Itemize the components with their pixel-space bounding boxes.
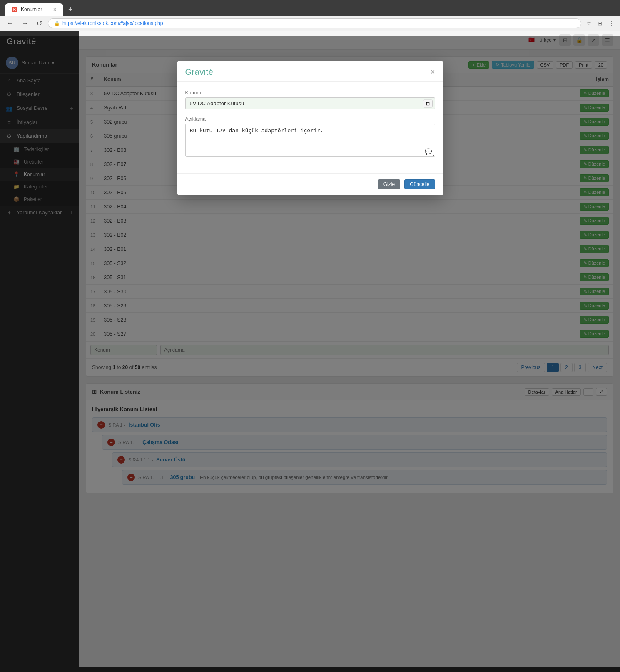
konum-input[interactable] bbox=[185, 97, 435, 109]
modal-title: Gravité bbox=[185, 67, 214, 77]
chat-icon: 💬 bbox=[425, 148, 432, 155]
edit-modal: Gravité × Konum ⊞ Açıklama Bu kutu 12V'd… bbox=[177, 61, 443, 195]
nav-back-button[interactable]: ← bbox=[4, 19, 16, 28]
nav-refresh-button[interactable]: ↺ bbox=[34, 19, 45, 28]
konum-input-wrapper: ⊞ bbox=[185, 97, 435, 109]
tab-label: Konumlar bbox=[21, 7, 42, 12]
modal-header: Gravité × bbox=[177, 61, 443, 82]
guncelle-button[interactable]: Güncelle bbox=[404, 179, 435, 189]
browser-tab-active[interactable]: K Konumlar × bbox=[5, 3, 63, 16]
browser-chrome: K Konumlar × + bbox=[0, 0, 620, 16]
aciklama-textarea[interactable]: Bu kutu 12V'dan küçük adaptörleri içerir… bbox=[185, 124, 435, 157]
nav-actions: ☆ ⊞ ⋮ bbox=[585, 19, 616, 27]
aciklama-form-group: Açıklama Bu kutu 12V'dan küçük adaptörle… bbox=[185, 116, 435, 158]
menu-icon[interactable]: ⋮ bbox=[607, 19, 616, 27]
konum-label: Konum bbox=[185, 90, 435, 96]
new-tab-button[interactable]: + bbox=[65, 4, 76, 16]
tab-favicon: K bbox=[12, 7, 17, 12]
nav-forward-button[interactable]: → bbox=[19, 19, 31, 28]
modal-close-button[interactable]: × bbox=[431, 68, 435, 77]
url-text: https://elektronikstok.com/#ajax/locatio… bbox=[62, 20, 163, 26]
modal-body: Konum ⊞ Açıklama Bu kutu 12V'dan küçük a… bbox=[177, 82, 443, 173]
aciklama-label: Açıklama bbox=[185, 116, 435, 122]
modal-overlay: Gravité × Konum ⊞ Açıklama Bu kutu 12V'd… bbox=[0, 36, 620, 667]
bookmark-icon[interactable]: ☆ bbox=[585, 19, 593, 27]
browser-nav: ← → ↺ 🔒 https://elektronikstok.com/#ajax… bbox=[0, 16, 620, 31]
browser-tabs: K Konumlar × + bbox=[5, 3, 615, 16]
address-bar[interactable]: 🔒 https://elektronikstok.com/#ajax/locat… bbox=[48, 18, 581, 28]
lock-icon: 🔒 bbox=[54, 21, 60, 26]
tab-close-button[interactable]: × bbox=[53, 7, 57, 12]
extensions-icon[interactable]: ⊞ bbox=[596, 19, 604, 27]
konum-scan-button[interactable]: ⊞ bbox=[423, 99, 433, 107]
konum-form-group: Konum ⊞ bbox=[185, 90, 435, 109]
modal-footer: Gizle Güncelle bbox=[177, 173, 443, 195]
gizle-button[interactable]: Gizle bbox=[378, 179, 400, 189]
